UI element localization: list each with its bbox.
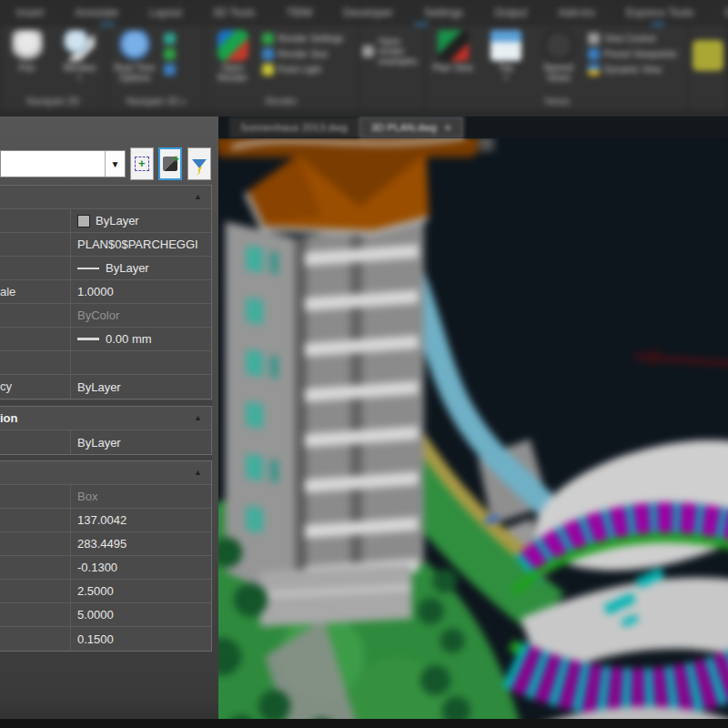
tab-underline-3 bbox=[651, 23, 665, 25]
linetype-sample-icon bbox=[77, 268, 99, 269]
ribbon-tab-developer[interactable]: Developer bbox=[343, 6, 393, 19]
quick-select-button[interactable] bbox=[187, 147, 211, 180]
ribbon-tab-insert[interactable]: Insert bbox=[16, 6, 44, 19]
render-settings-button[interactable]: Render Settings bbox=[262, 33, 344, 45]
view-control-icon bbox=[588, 33, 600, 45]
point-light-button[interactable]: Point Light bbox=[262, 64, 344, 76]
property-row-linetype-scale[interactable]: ale 1.0000 bbox=[0, 280, 211, 304]
zoom-window-button[interactable]: Window ▾ bbox=[56, 27, 104, 82]
real-time-options-button[interactable]: Real Time Options bbox=[111, 27, 158, 83]
pan-hand-icon bbox=[12, 30, 43, 61]
view-cube-icon bbox=[490, 30, 521, 61]
ribbon-tab-tbim[interactable]: TBIM bbox=[287, 6, 313, 19]
property-row-transparency[interactable]: cy ByLayer bbox=[0, 375, 211, 399]
ribbon-tab-layout[interactable]: Layout bbox=[149, 6, 182, 19]
properties-grid-3d: ion ▲ ByLayer bbox=[0, 406, 212, 455]
render-settings-icon bbox=[262, 33, 274, 45]
panel-render-examples: Open render examples bbox=[359, 25, 426, 109]
plan-view-button[interactable]: Plan View bbox=[430, 27, 477, 73]
property-row-layer[interactable]: PLAN$0$PARCHEGGI bbox=[0, 233, 211, 257]
panel-navigate-2d: Pan Window ▾ Navigate 2D bbox=[0, 25, 107, 109]
collapse-arrow-icon[interactable]: ▲ bbox=[194, 461, 202, 484]
preset-viewpoints-icon bbox=[588, 48, 600, 60]
property-row-width[interactable]: 5.0000 bbox=[0, 603, 211, 627]
plan-view-label: Plan View bbox=[433, 63, 473, 73]
collapse-arrow-icon[interactable]: ▲ bbox=[194, 186, 202, 208]
panel-label-views: Views bbox=[430, 95, 684, 109]
sun-icon[interactable] bbox=[693, 40, 723, 71]
toggle-pickadd-button[interactable] bbox=[130, 147, 154, 180]
panel-navigate-3d: Real Time Options Navigate 3D ▾ bbox=[107, 25, 206, 109]
views-mini-buttons: View Control Preset Viewpoints Dynamic V… bbox=[588, 27, 677, 76]
property-row-hyperlink[interactable] bbox=[0, 351, 211, 375]
select-objects-icon bbox=[163, 157, 177, 171]
ribbon-tab-annotate[interactable]: Annotate bbox=[75, 6, 118, 19]
object-type-dropdown[interactable]: ▼ bbox=[0, 150, 126, 177]
plan-view-icon bbox=[438, 30, 469, 61]
ribbon-tab-express-tools[interactable]: Express Tools bbox=[626, 6, 693, 19]
active-tab-underline bbox=[100, 23, 115, 25]
property-row-length[interactable]: 2.5000 bbox=[0, 580, 211, 603]
view-control-button[interactable]: View Control bbox=[588, 33, 677, 45]
panel-label-navigate-2d: Navigate 2D bbox=[4, 95, 103, 109]
property-row-lineweight[interactable]: 0.00 mm bbox=[0, 328, 211, 351]
navigate-3d-mini-buttons bbox=[164, 27, 176, 76]
drawing-viewport[interactable]: Sonnenhaus 2013.dwg 3D PLAN.dwg ✕ bbox=[218, 116, 728, 719]
top-view-label: Top bbox=[499, 63, 513, 73]
render-mini-buttons: Render Settings Render Size Point Light bbox=[262, 27, 344, 76]
preset-viewpoints-button[interactable]: Preset Viewpoints bbox=[588, 48, 677, 60]
property-row-position-z[interactable]: -0.1300 bbox=[0, 556, 211, 580]
dynamic-view-icon bbox=[588, 64, 600, 76]
property-row-plot-style[interactable]: ByColor bbox=[0, 304, 211, 328]
dropdown-arrow-icon[interactable]: ▼ bbox=[105, 151, 125, 177]
ribbon-tab-3d-tools[interactable]: 3D Tools bbox=[213, 6, 255, 19]
free-orbit-icon[interactable] bbox=[164, 48, 176, 60]
pickadd-icon bbox=[135, 157, 149, 171]
render-settings-label: Render Settings bbox=[278, 34, 344, 44]
select-objects-button[interactable] bbox=[158, 147, 182, 180]
render-examples-icon bbox=[362, 46, 374, 57]
section-header-general[interactable]: ▲ bbox=[0, 186, 211, 209]
color-swatch bbox=[77, 215, 90, 228]
continuous-orbit-icon[interactable] bbox=[164, 64, 176, 76]
view-control-label: View Control bbox=[604, 34, 656, 44]
render-teapot-icon bbox=[217, 30, 248, 61]
ribbon-panels: Pan Window ▾ Navigate 2D bbox=[0, 25, 728, 109]
model-canvas[interactable] bbox=[218, 138, 728, 719]
file-tab-active[interactable]: 3D PLAN.dwg ✕ bbox=[359, 116, 464, 138]
named-views-icon bbox=[543, 30, 574, 61]
property-row-color[interactable]: ByLayer bbox=[0, 209, 211, 233]
render-size-button[interactable]: Render Size bbox=[262, 48, 344, 60]
dynamic-view-button[interactable]: Dynamic View bbox=[588, 64, 677, 76]
property-row-linetype[interactable]: ByLayer bbox=[0, 257, 211, 280]
open-render-examples-button[interactable]: Open render examples bbox=[362, 27, 421, 66]
ribbon-tab-add-ins[interactable]: Add-ins bbox=[558, 6, 595, 19]
section-header-geometry[interactable]: ▲ bbox=[0, 461, 211, 485]
window-label: Window bbox=[63, 63, 96, 73]
preset-viewpoints-label: Preset Viewpoints bbox=[604, 49, 677, 59]
collapse-arrow-icon[interactable]: ▲ bbox=[194, 407, 202, 430]
property-row-position-y[interactable]: 283.4495 bbox=[0, 532, 211, 556]
bottom-bar bbox=[0, 719, 728, 728]
ribbon-tab-settings[interactable]: Settings bbox=[424, 6, 463, 19]
properties-palette: ▼ ▲ ByLayer PLAN$0$P bbox=[0, 116, 218, 728]
top-view-button[interactable]: Top ▾ bbox=[482, 27, 530, 82]
property-row-solid-type[interactable]: Box bbox=[0, 485, 211, 509]
pan-button[interactable]: Pan bbox=[4, 27, 51, 73]
orbit-sphere-icon bbox=[119, 30, 150, 61]
open-render-button[interactable]: Open Render bbox=[209, 27, 257, 83]
property-row-position-x[interactable]: 137.0042 bbox=[0, 509, 211, 532]
file-tab-label: 3D PLAN.dwg bbox=[371, 122, 437, 133]
ribbon-tab-graphisoft[interactable]: GraphiSOFT bbox=[725, 6, 728, 19]
close-icon[interactable]: ✕ bbox=[444, 123, 451, 133]
render-size-icon bbox=[262, 48, 274, 60]
named-views-button[interactable]: Named Views bbox=[535, 27, 582, 83]
ribbon-tab-output[interactable]: Output bbox=[494, 6, 527, 19]
property-row-material[interactable]: ByLayer bbox=[0, 430, 211, 454]
properties-grid-geometry: ▲ Box 137.0042 283.4495 -0.1300 bbox=[0, 460, 212, 652]
section-header-3d-visualization[interactable]: ion ▲ bbox=[0, 407, 211, 430]
file-tab-inactive[interactable]: Sonnenhaus 2013.dwg bbox=[229, 116, 359, 138]
constrained-orbit-icon[interactable] bbox=[164, 33, 176, 45]
panel-render: Open Render Render Settings Render Size bbox=[206, 25, 359, 109]
ribbon-tab-bar: Insert Annotate Layout 3D Tools TBIM Dev… bbox=[0, 0, 728, 25]
